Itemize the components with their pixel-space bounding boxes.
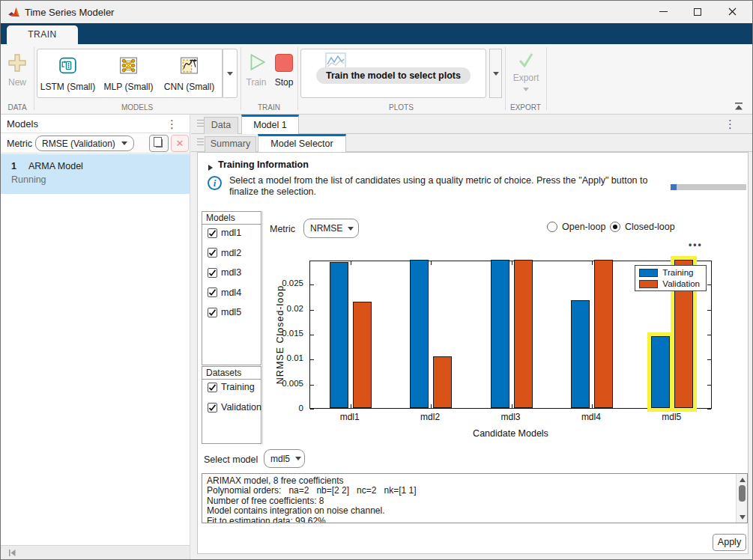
checkbox-row-mdl5[interactable]: mdl5 — [208, 307, 241, 317]
axis-tick — [310, 310, 314, 311]
bar-mdl2-training[interactable] — [410, 260, 429, 408]
gallery-item-cnn-small-[interactable]: CNN (Small) — [159, 49, 220, 97]
xtick-label-mdl1: mdl1 — [327, 412, 372, 422]
axis-tick — [310, 385, 314, 386]
stop-button[interactable]: Stop — [270, 49, 297, 98]
bar-mdl4-validation[interactable] — [594, 260, 613, 408]
axis-tick — [707, 335, 711, 335]
scroll-down-icon[interactable] — [737, 512, 748, 522]
scroll-up-icon[interactable] — [737, 475, 748, 484]
axis-tick — [310, 409, 314, 410]
apply-button[interactable]: Apply — [713, 534, 746, 551]
xtick-label-mdl3: mdl3 — [489, 412, 533, 422]
minimize-button[interactable] — [646, 1, 680, 22]
checkbox-row-mdl4[interactable]: mdl4 — [208, 287, 241, 298]
ytick-label: 0.025 — [255, 279, 303, 287]
tabbar-options-icon[interactable]: ⋮ — [725, 118, 736, 130]
close-button[interactable] — [715, 1, 749, 22]
checkbox-mdl3[interactable] — [208, 268, 217, 278]
bar-mdl1-training[interactable] — [330, 262, 348, 408]
expand-arrow-icon[interactable] — [208, 165, 213, 171]
axis-tick — [310, 359, 314, 360]
tab-data[interactable]: Data — [204, 117, 238, 134]
select-model-dropdown[interactable]: mdl5 — [264, 449, 305, 468]
datasets-checkbox-group: Datasets TrainingValidation — [202, 366, 261, 444]
checkbox-validation[interactable] — [208, 403, 217, 413]
gallery-item-label: LSTM (Small) — [40, 82, 95, 92]
models-gallery: LSTM (Small)MLP (Small)CNN (Small) — [37, 49, 223, 98]
maximize-button[interactable] — [680, 1, 715, 22]
bar-mdl3-validation[interactable] — [514, 260, 533, 408]
axis-tick — [672, 404, 673, 408]
panel-scrollbar[interactable] — [1, 545, 190, 559]
section-label-data: DATA — [1, 103, 34, 112]
chart-legend: TrainingValidation — [635, 265, 707, 291]
checkbox-row-training[interactable]: Training — [208, 382, 255, 392]
delete-model-button[interactable]: ✕ — [171, 135, 189, 152]
axis-tick — [707, 284, 711, 285]
tab-summary[interactable]: Summary — [205, 136, 256, 152]
checkbox-label: mdl1 — [221, 228, 241, 238]
ytick-label: 0.01 — [255, 353, 303, 362]
export-button[interactable]: Export — [506, 49, 545, 103]
checkbox-label: mdl4 — [221, 287, 241, 298]
bar-mdl5-training[interactable] — [651, 336, 670, 408]
ribbon-tab-band — [1, 23, 752, 44]
ytick-label: 0 — [255, 404, 303, 413]
plus-icon — [7, 53, 27, 73]
model-index: 1 — [11, 161, 16, 171]
gallery-item-lstm-small-[interactable]: LSTM (Small) — [37, 49, 98, 97]
axis-tick — [707, 409, 711, 410]
xtick-label-mdl2: mdl2 — [408, 412, 453, 422]
panel-options-icon[interactable]: ⋮ — [166, 118, 178, 130]
checkbox-label: mdl2 — [221, 248, 241, 258]
section-divider — [241, 47, 241, 110]
checkbox-row-validation[interactable]: Validation — [208, 402, 261, 413]
window-title: Time Series Modeler — [25, 7, 114, 18]
checkbox-mdl5[interactable] — [208, 308, 217, 317]
ytick-label: 0.015 — [255, 329, 303, 338]
checkbox-label: mdl3 — [221, 267, 241, 278]
checkbox-mdl4[interactable] — [208, 287, 217, 297]
metric-dropdown[interactable]: RMSE (Validation) — [35, 136, 134, 151]
checkbox-row-mdl3[interactable]: mdl3 — [208, 267, 241, 278]
plots-gallery-dropdown[interactable] — [489, 49, 502, 98]
models-gallery-dropdown[interactable] — [223, 49, 238, 98]
checkbox-mdl2[interactable] — [208, 248, 217, 258]
tab-model-selector[interactable]: Model Selector — [258, 134, 346, 152]
train-button[interactable]: Train — [243, 49, 270, 98]
radio-open-loop[interactable]: Open-loop — [547, 222, 605, 232]
radio-closed-loop[interactable]: Closed-loop — [610, 222, 675, 232]
tabbar-grip-icon[interactable] — [197, 120, 204, 128]
checkbox-row-mdl2[interactable]: mdl2 — [208, 248, 241, 258]
bar-mdl4-training[interactable] — [571, 300, 590, 408]
lstm-icon — [58, 55, 78, 79]
tabbar-grip-icon[interactable] — [197, 139, 204, 147]
new-button[interactable]: New — [1, 49, 34, 98]
gallery-item-mlp-small-[interactable]: MLP (Small) — [98, 49, 159, 97]
axis-tick — [351, 261, 351, 265]
radio-icon[interactable] — [610, 222, 620, 232]
bar-mdl1-validation[interactable] — [353, 302, 372, 408]
radio-icon[interactable] — [547, 222, 557, 232]
summary-scrollbar[interactable] — [736, 474, 747, 523]
checkbox-mdl1[interactable] — [208, 228, 217, 238]
mlp-icon — [118, 55, 139, 79]
tab-train[interactable]: TRAIN — [7, 25, 78, 44]
plots-placeholder: Train the model to select plots — [316, 67, 471, 84]
metric-row: Metric RMSE (Validation) ✕ — [1, 133, 190, 153]
checkbox-row-mdl1[interactable]: mdl1 — [208, 228, 241, 238]
chart-options-icon[interactable]: ••• — [689, 240, 703, 250]
bar-mdl3-training[interactable] — [491, 260, 509, 408]
tab-model-1[interactable]: Model 1 — [241, 115, 299, 134]
duplicate-model-button[interactable] — [149, 135, 169, 152]
model-summary-box[interactable]: ARIMAX model, 8 free coefficientsPolynom… — [202, 473, 748, 523]
axis-tick — [707, 310, 711, 311]
bar-mdl2-validation[interactable] — [433, 356, 452, 408]
collapse-ribbon-button[interactable] — [731, 101, 746, 112]
scrollbar-thumb[interactable] — [739, 485, 746, 502]
checkbox-training[interactable] — [208, 383, 217, 392]
model-list-item[interactable]: 1ARMA Model Running — [1, 154, 190, 194]
section-label-models: MODELS — [34, 103, 241, 112]
chart-metric-dropdown[interactable]: NRMSE — [303, 219, 359, 238]
